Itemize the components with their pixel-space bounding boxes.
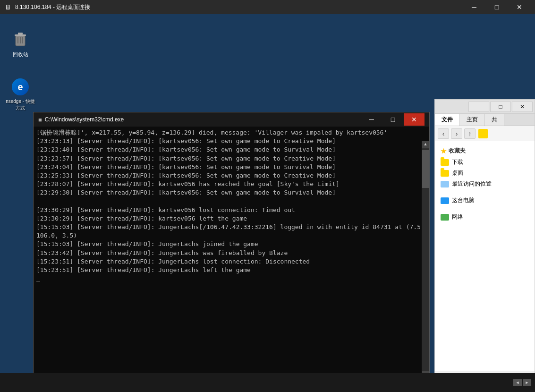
desktop: 回收站 e nsedge - 快捷方式 ■ C:\Windows\system3…	[0, 14, 535, 373]
nav-back-button[interactable]: ‹	[438, 128, 449, 139]
cmd-close-button[interactable]: ✕	[404, 113, 425, 126]
favorites-section: ★ 收藏夹 下载 桌面 最近访问的位置	[439, 145, 531, 189]
recent-icon	[441, 181, 449, 187]
explorer-tab-file[interactable]: 文件	[435, 114, 460, 126]
edge-label: nsedge - 快捷方式	[6, 98, 35, 111]
explorer-titlebar: ─ □ ✕	[435, 100, 535, 114]
svg-rect-3	[17, 37, 18, 43]
rdp-icon: 🖥	[5, 3, 11, 11]
svg-rect-5	[22, 37, 23, 43]
taskbar-scroll-right[interactable]: ►	[523, 379, 531, 386]
taskbar: ◄ ►	[0, 373, 535, 392]
recycle-bin-icon	[11, 30, 30, 49]
rdp-title-controls: ─ □ ✕	[463, 0, 530, 14]
nav-up-button[interactable]: ↑	[464, 128, 476, 139]
cmd-titlebar: ■ C:\Windows\system32\cmd.exe ─ □ ✕	[34, 112, 429, 127]
explorer-controls: ─ □ ✕	[468, 102, 533, 112]
desktop-icon-recycle-bin[interactable]: 回收站	[4, 28, 37, 60]
explorer-item-download[interactable]: 下载	[439, 157, 531, 168]
desktop-folder-label: 桌面	[452, 169, 463, 177]
explorer-maximize-button[interactable]: □	[490, 102, 511, 112]
recycle-bin-label: 回收站	[13, 51, 28, 58]
explorer-tabs: 文件 主页 共	[435, 114, 535, 126]
cmd-body[interactable]: [锯扮碗滑栋暤]', x=217.55, y=85.94, z=136.29] …	[34, 127, 429, 378]
explorer-item-network[interactable]: 网络	[439, 212, 531, 222]
cmd-title-left: ■ C:\Windows\system32\cmd.exe	[38, 116, 124, 123]
cmd-window: ■ C:\Windows\system32\cmd.exe ─ □ ✕ [锯扮碗…	[33, 112, 430, 379]
explorer-item-recent[interactable]: 最近访问的位置	[439, 179, 531, 189]
this-pc-label: 这台电脑	[452, 196, 475, 205]
explorer-tab-share-label: 共	[492, 116, 497, 123]
desktop-folder-icon	[441, 170, 449, 177]
cmd-output: [锯扮碗滑栋暤]', x=217.55, y=85.94, z=136.29] …	[36, 128, 426, 283]
star-icon: ★	[441, 147, 447, 155]
recent-label: 最近访问的位置	[452, 180, 492, 188]
network-label: 网络	[452, 213, 463, 221]
taskbar-scrollbar: ◄ ►	[513, 379, 531, 386]
explorer-nav: ‹ › ↑	[438, 128, 476, 139]
explorer-tab-file-label: 文件	[442, 116, 453, 123]
this-pc-section: 这台电脑	[439, 195, 531, 206]
download-folder-icon	[441, 159, 449, 166]
cmd-maximize-button[interactable]: □	[382, 113, 403, 126]
rdp-title-left: 🖥 8.130.106.184 - 远程桌面连接	[5, 3, 90, 11]
cmd-icon: ■	[38, 116, 42, 123]
favorites-header: ★ 收藏夹	[439, 145, 531, 157]
rdp-minimize-button[interactable]: ─	[463, 0, 485, 14]
explorer-tab-share[interactable]: 共	[485, 114, 504, 126]
explorer-window: ─ □ ✕ 文件 主页 共 ‹ › ↑	[434, 99, 535, 383]
svg-rect-4	[20, 37, 21, 43]
explorer-toolbar: ‹ › ↑	[435, 126, 535, 141]
svg-rect-2	[18, 33, 23, 34]
rdp-maximize-button[interactable]: □	[486, 0, 508, 14]
explorer-tab-home-label: 主页	[467, 116, 478, 123]
explorer-folder-icon	[478, 129, 488, 138]
explorer-minimize-button[interactable]: ─	[468, 102, 489, 112]
explorer-item-this-pc[interactable]: 这台电脑	[439, 195, 531, 206]
edge-icon: e	[11, 77, 30, 96]
desktop-icon-edge[interactable]: e nsedge - 快捷方式	[4, 76, 37, 113]
rdp-title-text: 8.130.106.184 - 远程桌面连接	[15, 3, 90, 11]
cmd-scrollbar[interactable]: ▲ ▼	[422, 141, 429, 378]
taskbar-scroll-left[interactable]: ◄	[513, 379, 522, 386]
network-section: 网络	[439, 212, 531, 222]
explorer-close-button[interactable]: ✕	[512, 102, 533, 112]
cmd-title-text: C:\Windows\system32\cmd.exe	[45, 116, 124, 123]
nav-forward-button[interactable]: ›	[451, 128, 462, 139]
svg-rect-1	[15, 34, 26, 36]
explorer-tab-home[interactable]: 主页	[460, 114, 485, 126]
download-label: 下载	[452, 158, 463, 166]
rdp-close-button[interactable]: ✕	[509, 0, 530, 14]
this-pc-icon	[441, 197, 449, 204]
favorites-label: 收藏夹	[449, 147, 466, 155]
explorer-item-desktop[interactable]: 桌面	[439, 168, 531, 179]
network-icon	[441, 214, 449, 221]
scrollbar-thumb[interactable]	[422, 150, 429, 188]
cmd-minimize-button[interactable]: ─	[361, 113, 382, 126]
cmd-controls: ─ □ ✕	[361, 113, 425, 126]
explorer-body[interactable]: ★ 收藏夹 下载 桌面 最近访问的位置	[435, 141, 535, 371]
rdp-titlebar: 🖥 8.130.106.184 - 远程桌面连接 ─ □ ✕	[0, 0, 535, 14]
scrollbar-up-arrow[interactable]: ▲	[422, 141, 429, 148]
